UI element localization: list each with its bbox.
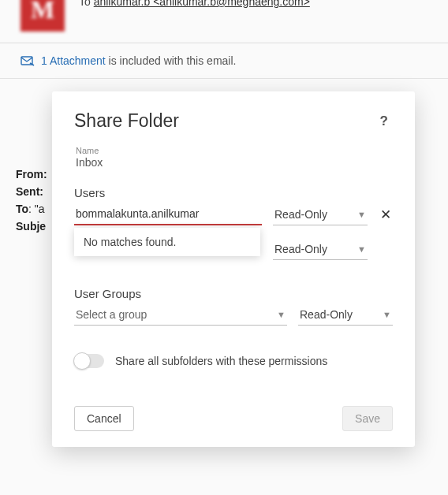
user-search-input[interactable] — [74, 204, 262, 225]
to-recipient-link[interactable]: anilkumar.b <anilkumar.b@meghaeng.com> — [94, 0, 310, 8]
avatar: M — [21, 0, 65, 32]
chevron-down-icon: ▼ — [357, 210, 366, 219]
cancel-button[interactable]: Cancel — [74, 406, 134, 431]
permission-select-1[interactable]: Read-Only ▼ — [273, 205, 368, 225]
group-select[interactable]: Select a group ▼ — [74, 305, 287, 326]
toggle-knob — [73, 352, 91, 370]
attachment-count-link[interactable]: 1 Attachment — [41, 54, 106, 67]
meta-sent-label: Sent: — [16, 185, 43, 198]
permission-select-2[interactable]: Read-Only ▼ — [273, 240, 368, 260]
attachment-row: 1 Attachment is included with this email… — [0, 43, 448, 79]
group-row: Select a group ▼ Read-Only ▼ — [74, 305, 393, 326]
email-to-line: To anilkumar.b <anilkumar.b@meghaeng.com… — [79, 0, 310, 8]
users-section-label: Users — [74, 186, 393, 199]
share-subfolders-toggle[interactable] — [74, 354, 104, 368]
folder-name-value: Inbox — [76, 156, 393, 169]
help-button[interactable]: ? — [375, 112, 393, 131]
meta-from-label: From: — [16, 168, 47, 181]
share-folder-dialog: Share Folder ? Name Inbox Users Read-Onl… — [52, 91, 415, 447]
chevron-down-icon: ▼ — [277, 310, 286, 319]
to-label: To — [79, 0, 91, 8]
name-field-label: Name — [76, 146, 393, 155]
user-groups-section-label: User Groups — [74, 287, 393, 300]
meta-to-value: : "a — [28, 203, 45, 215]
autocomplete-dropdown: No matches found. — [74, 228, 260, 256]
user-row-1: Read-Only ▼ ✕ No matches found. — [74, 204, 393, 225]
no-matches-text: No matches found. — [84, 236, 177, 248]
avatar-letter: M — [31, 0, 54, 24]
chevron-down-icon: ▼ — [383, 310, 391, 319]
permission-select-2-value: Read-Only — [274, 243, 327, 255]
attachment-rest-text: is included with this email. — [106, 54, 237, 67]
group-select-placeholder: Select a group — [76, 308, 147, 321]
meta-subject-label: Subje — [16, 220, 46, 233]
save-button[interactable]: Save — [342, 406, 393, 431]
group-permission-select-value: Read-Only — [300, 308, 353, 321]
attachment-icon — [21, 54, 35, 67]
remove-user-button[interactable]: ✕ — [379, 207, 393, 223]
email-header: M To anilkumar.b <anilkumar.b@meghaeng.c… — [0, 0, 448, 43]
share-subfolders-label: Share all subfolders with these permissi… — [115, 355, 327, 367]
chevron-down-icon: ▼ — [357, 244, 366, 254]
meta-to-label: To — [16, 203, 28, 215]
permission-select-1-value: Read-Only — [274, 208, 327, 221]
dialog-title: Share Folder — [74, 110, 179, 132]
group-permission-select[interactable]: Read-Only ▼ — [298, 305, 393, 326]
